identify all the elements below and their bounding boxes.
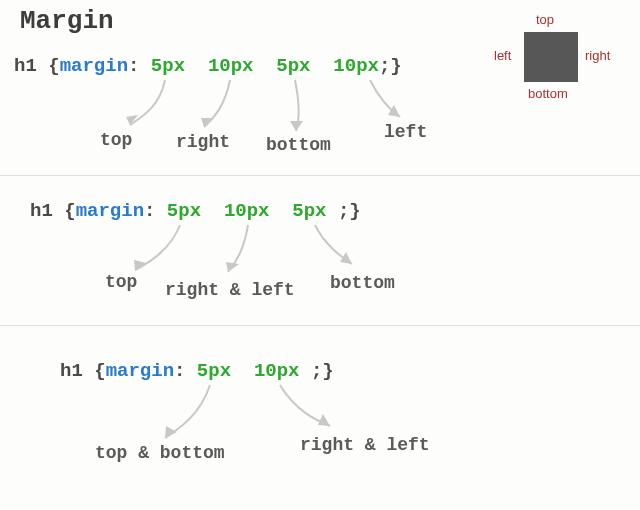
box-label-right: right xyxy=(585,48,610,63)
value-2: 10px xyxy=(254,360,300,382)
annotation-bottom: bottom xyxy=(330,273,395,293)
svg-marker-3 xyxy=(388,105,400,117)
brace-open: { xyxy=(94,360,105,382)
box-square xyxy=(524,32,578,82)
svg-marker-7 xyxy=(165,426,177,438)
space xyxy=(270,200,293,222)
space xyxy=(231,360,254,382)
divider-1 xyxy=(0,175,640,176)
annotation-bottom: bottom xyxy=(266,135,331,155)
brace-close: ;} xyxy=(327,200,361,222)
space xyxy=(201,200,224,222)
annotation-left: left xyxy=(384,122,427,142)
svg-marker-5 xyxy=(226,262,239,272)
annotation-right-left: right & left xyxy=(300,435,430,455)
annotation-right-left: right & left xyxy=(165,280,295,300)
page-title: Margin xyxy=(20,6,114,36)
space xyxy=(311,55,334,77)
svg-marker-0 xyxy=(126,115,138,125)
annotation-top-bottom: top & bottom xyxy=(95,443,225,463)
value-3: 5px xyxy=(276,55,310,77)
svg-marker-4 xyxy=(134,260,146,270)
brace-open: { xyxy=(48,55,59,77)
svg-marker-8 xyxy=(318,414,330,426)
code-line-2v: h1 {margin: 5px 10px ;} xyxy=(60,360,334,382)
selector: h1 xyxy=(14,55,48,77)
property-margin: margin xyxy=(60,55,128,77)
annotation-right: right xyxy=(176,132,230,152)
brace-close: ;} xyxy=(300,360,334,382)
annotation-top: top xyxy=(100,130,132,150)
selector: h1 xyxy=(60,360,94,382)
svg-marker-1 xyxy=(201,118,214,127)
value-1: 5px xyxy=(167,200,201,222)
value-2: 10px xyxy=(224,200,270,222)
value-3: 5px xyxy=(292,200,326,222)
property-margin: margin xyxy=(106,360,174,382)
property-margin: margin xyxy=(76,200,144,222)
selector: h1 xyxy=(30,200,64,222)
space xyxy=(254,55,277,77)
value-4: 10px xyxy=(333,55,379,77)
colon: : xyxy=(174,360,197,382)
box-label-top: top xyxy=(536,12,554,27)
value-2: 10px xyxy=(208,55,254,77)
colon: : xyxy=(144,200,167,222)
box-label-bottom: bottom xyxy=(528,86,568,101)
svg-marker-2 xyxy=(290,121,303,131)
code-line-4v: h1 {margin: 5px 10px 5px 10px;} xyxy=(14,55,402,77)
divider-2 xyxy=(0,325,640,326)
box-model-diagram: top bottom left right xyxy=(474,8,624,108)
brace-close: ;} xyxy=(379,55,402,77)
svg-marker-6 xyxy=(340,252,352,264)
value-1: 5px xyxy=(151,55,185,77)
space xyxy=(185,55,208,77)
value-1: 5px xyxy=(197,360,231,382)
colon: : xyxy=(128,55,151,77)
code-line-3v: h1 {margin: 5px 10px 5px ;} xyxy=(30,200,361,222)
brace-open: { xyxy=(64,200,75,222)
box-label-left: left xyxy=(494,48,511,63)
annotation-top: top xyxy=(105,272,137,292)
